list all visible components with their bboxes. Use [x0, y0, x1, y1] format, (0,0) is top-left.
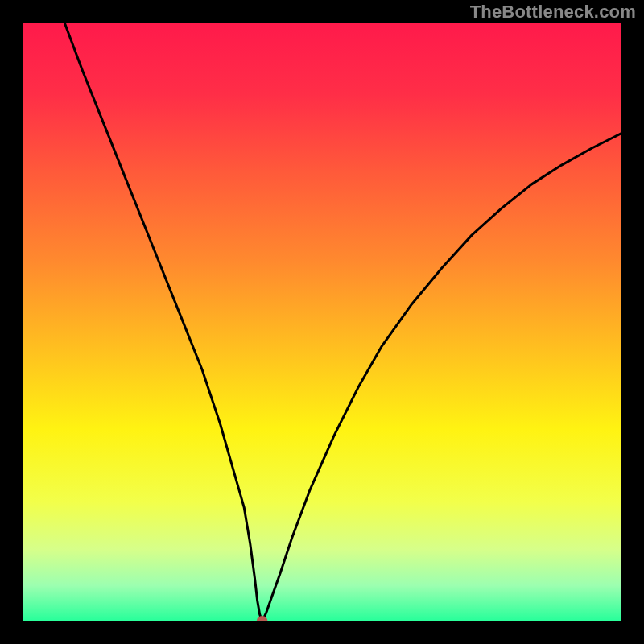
bottleneck-curve — [64, 23, 621, 621]
min-marker — [257, 616, 268, 621]
plot-area — [23, 23, 621, 621]
watermark-text: TheBottleneck.com — [470, 2, 636, 23]
chart-frame: TheBottleneck.com — [0, 0, 644, 644]
curve-layer — [23, 23, 621, 621]
